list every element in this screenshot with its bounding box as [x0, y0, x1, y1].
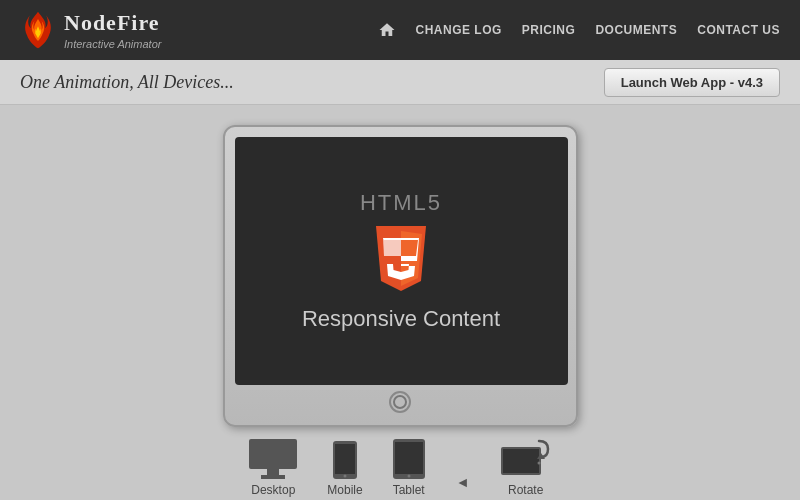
nav-changelog[interactable]: CHANGE LOG	[416, 23, 502, 37]
device-option-rotate[interactable]: Rotate	[501, 439, 551, 497]
device-bottom	[235, 385, 566, 415]
tablet-label: Tablet	[393, 483, 425, 497]
nav-documents[interactable]: DOCUMENTS	[595, 23, 677, 37]
tablet-icon	[393, 439, 425, 479]
launch-button[interactable]: Launch Web App - v4.3	[604, 68, 780, 97]
svg-point-12	[407, 475, 410, 478]
svg-rect-11	[395, 442, 423, 474]
nav: CHANGE LOG PRICING DOCUMENTS CONTACT US	[378, 21, 780, 39]
svg-rect-6	[261, 475, 285, 479]
rotate-icon	[501, 439, 551, 479]
home-icon	[378, 21, 396, 39]
svg-point-9	[343, 475, 346, 478]
nav-contact[interactable]: CONTACT US	[697, 23, 780, 37]
device-option-tablet[interactable]: Tablet	[393, 439, 425, 497]
rotate-label: Rotate	[508, 483, 543, 497]
html5-shield-icon	[371, 226, 431, 296]
desktop-label: Desktop	[251, 483, 295, 497]
nav-pricing[interactable]: PRICING	[522, 23, 576, 37]
logo-tagline: Interactive Animator	[64, 38, 161, 50]
logo-name: NodeFire	[64, 10, 160, 35]
html5-label: HTML5	[360, 190, 442, 216]
device-frame: HTML5 Responsive Content	[223, 125, 578, 427]
main-content: HTML5 Responsive Content Desktop	[0, 105, 800, 500]
svg-rect-4	[249, 439, 297, 469]
svg-rect-5	[267, 469, 279, 475]
logo-flame-icon	[20, 10, 56, 50]
svg-rect-14	[503, 449, 539, 473]
logo-block: NodeFire Interactive Animator	[64, 10, 161, 50]
prev-arrow-button[interactable]: ◄	[455, 467, 471, 497]
desktop-icon	[249, 439, 297, 479]
device-option-desktop[interactable]: Desktop	[249, 439, 297, 497]
header: NodeFire Interactive Animator CHANGE LOG…	[0, 0, 800, 60]
logo-area: NodeFire Interactive Animator	[20, 10, 161, 50]
mobile-label: Mobile	[327, 483, 362, 497]
subheader: One Animation, All Devices... Launch Web…	[0, 60, 800, 105]
responsive-label: Responsive Content	[302, 306, 500, 332]
device-selector: Desktop Mobile Tablet ◄	[249, 439, 550, 497]
animation-screen: HTML5 Responsive Content	[235, 137, 568, 385]
home-nav-item[interactable]	[378, 21, 396, 39]
svg-rect-8	[335, 444, 355, 474]
logo-text: NodeFire	[64, 10, 161, 36]
svg-marker-3	[383, 238, 401, 256]
mobile-icon	[333, 441, 357, 479]
svg-point-15	[537, 462, 540, 465]
device-option-mobile[interactable]: Mobile	[327, 441, 362, 497]
subheader-title: One Animation, All Devices...	[20, 72, 234, 93]
power-button-icon	[389, 391, 411, 413]
